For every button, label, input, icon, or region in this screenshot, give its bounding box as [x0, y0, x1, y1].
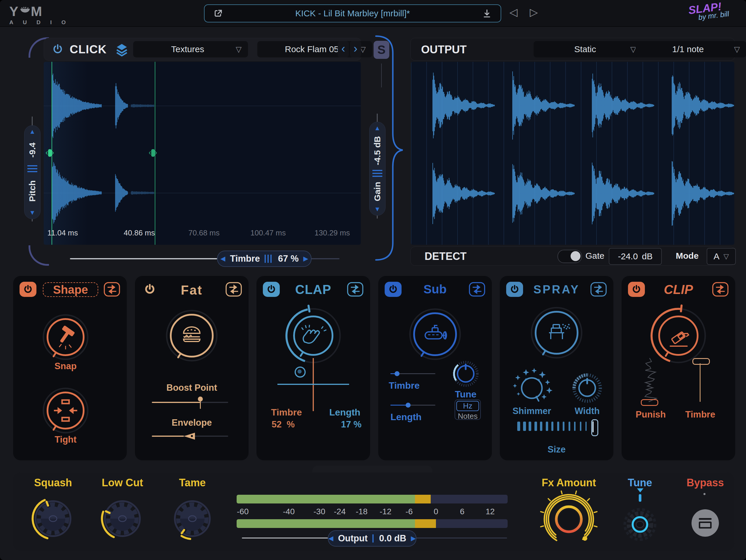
- note-value[interactable]: 1/1 note: [642, 44, 734, 54]
- sample-next-button[interactable]: ›: [350, 41, 361, 57]
- notes-button[interactable]: Notes: [455, 412, 480, 421]
- hz-button[interactable]: Hz: [456, 401, 479, 411]
- bypass-button[interactable]: [691, 509, 719, 537]
- sync-mode-value[interactable]: Static: [540, 44, 630, 54]
- output-right-icon[interactable]: ▶: [411, 535, 416, 542]
- preset-bar[interactable]: KICK - Lil Bit Marbley [mrbill]*: [204, 4, 501, 23]
- sub-length-label: Length: [391, 412, 422, 422]
- scale-tick: -40: [283, 507, 295, 516]
- gate-toggle[interactable]: [557, 250, 582, 263]
- mode-dropdown[interactable]: A ▽: [707, 248, 736, 265]
- time-label: 130.29 ms: [314, 229, 350, 237]
- sub-length-handle[interactable]: [406, 403, 410, 408]
- detect-bar: DETECT Gate -24.0 dB Mode A ▽: [410, 246, 735, 266]
- texture-library-dropdown[interactable]: Textures ▽: [133, 41, 248, 57]
- size-slider-bars[interactable]: [517, 422, 590, 432]
- lowcut-label: Low Cut: [102, 477, 143, 489]
- gate-threshold-value[interactable]: -24.0: [618, 252, 638, 261]
- scale-tick: -12: [380, 507, 391, 516]
- next-preset-button[interactable]: ▷: [530, 7, 538, 18]
- clap-pad-haxis: [278, 384, 349, 385]
- lowcut-knob[interactable]: [93, 490, 151, 548]
- meter-scale: -60 -40 -30 -24 -18 -12 -6 0 6 12: [237, 507, 508, 517]
- clap-icon: [302, 325, 326, 343]
- snap-label: Snap: [55, 361, 77, 372]
- output-grip-icon: [372, 534, 375, 542]
- fx-amount-knob[interactable]: [539, 490, 599, 549]
- time-label: 40.86 ms: [124, 229, 155, 237]
- download-icon[interactable]: [482, 9, 492, 18]
- end-marker-handle[interactable]: ‹›: [149, 148, 157, 157]
- click-title: CLICK: [70, 43, 107, 56]
- gate-threshold-field[interactable]: -24.0 dB: [609, 248, 662, 265]
- dropdown-icon: ▽: [630, 45, 636, 54]
- output-gain-slider[interactable]: ◀ Output 0.0 dB ▶: [328, 530, 417, 547]
- module-clip: CLIP Punish Timbre: [622, 276, 735, 460]
- timbre-right-icon[interactable]: ▶: [303, 256, 308, 262]
- bypass-icon: [699, 518, 712, 520]
- preset-name[interactable]: KICK - Lil Bit Marbley [mrbill]*: [205, 8, 500, 18]
- click-timbre-slider[interactable]: ◀ Timbre 67 % ▶: [217, 250, 312, 267]
- envelope-handle[interactable]: [184, 433, 195, 440]
- tame-knob[interactable]: [163, 490, 222, 548]
- size-slider-handle[interactable]: [591, 419, 598, 436]
- size-label: Size: [548, 444, 566, 455]
- time-label: 70.68 ms: [189, 229, 220, 237]
- clap-pad-cursor[interactable]: [295, 366, 306, 378]
- scale-tick: -18: [356, 507, 368, 516]
- clip-timbre-label: Timbre: [685, 409, 715, 420]
- boost-point-handle[interactable]: [198, 396, 203, 402]
- timbre-label: Timbre: [230, 254, 260, 264]
- module-clap: CLAP Timbre 52 % Length 17 %: [256, 276, 370, 460]
- gate-toggle-knob[interactable]: [571, 251, 580, 261]
- tame-label: Tame: [179, 477, 205, 489]
- sync-mode-dropdown[interactable]: Static ▽: [534, 41, 642, 57]
- scale-tick: -60: [237, 507, 249, 516]
- tune-marker-pill: [639, 494, 641, 502]
- global-tune-knob[interactable]: [616, 501, 663, 548]
- sub-unit-switch[interactable]: Hz Notes: [455, 400, 481, 420]
- tight-label: Tight: [55, 435, 76, 445]
- output-slider-track-right[interactable]: [415, 537, 507, 538]
- clip-knob-graphics[interactable]: [622, 276, 735, 460]
- pitch-slider[interactable]: ▲ -9.4 Pitch ▼: [24, 125, 40, 219]
- click-power-icon[interactable]: [52, 43, 64, 56]
- sub-knob-graphics[interactable]: [378, 276, 492, 460]
- gain-up-icon[interactable]: ▲: [374, 125, 380, 131]
- clip-timbre-handle[interactable]: [692, 358, 710, 365]
- output-title: OUTPUT: [421, 43, 466, 56]
- pitch-up-icon[interactable]: ▲: [29, 128, 35, 135]
- start-marker-handle[interactable]: ‹›: [46, 148, 54, 157]
- clap-x-value: 52 %: [271, 419, 295, 430]
- output-left-icon[interactable]: ◀: [328, 535, 333, 542]
- timbre-left-icon[interactable]: ◀: [220, 256, 225, 262]
- click-solo-button[interactable]: S: [374, 41, 389, 59]
- texture-library-value[interactable]: Textures: [140, 44, 236, 54]
- compress-icon: [54, 400, 77, 421]
- layers-icon[interactable]: [115, 42, 128, 57]
- share-icon[interactable]: [213, 9, 223, 18]
- click-timbre-track-left[interactable]: [70, 258, 217, 259]
- sample-prev-button[interactable]: ‹: [338, 41, 349, 57]
- pitch-grip-icon: [27, 165, 37, 173]
- click-timbre-track-right[interactable]: [310, 258, 340, 259]
- sub-timbre-label: Timbre: [389, 380, 420, 391]
- output-waveform: [411, 62, 734, 245]
- output-slider-label: Output: [338, 533, 368, 544]
- gain-down-icon[interactable]: ▼: [374, 206, 380, 212]
- module-sub: Sub Timbre Length Tune Hz Notes: [378, 276, 492, 460]
- mode-value[interactable]: A: [714, 252, 719, 261]
- gain-slider[interactable]: ▲ -4.5 dB Gain ▼: [369, 122, 385, 216]
- clip-timbre-stem: [700, 363, 700, 402]
- sub-timbre-handle[interactable]: [395, 371, 400, 376]
- note-dropdown[interactable]: 1/1 note ▽: [636, 41, 746, 57]
- shimmer-label: Shimmer: [513, 406, 551, 416]
- click-waveform-display[interactable]: ‹› ‹› 11.04 ms 40.86 ms 70.68 ms 100.47 …: [44, 62, 361, 245]
- punish-handle[interactable]: [641, 399, 658, 406]
- pitch-down-icon[interactable]: ▼: [29, 209, 35, 216]
- gate-threshold-unit: dB: [642, 252, 653, 261]
- submarine-icon: [425, 325, 447, 339]
- prev-preset-button[interactable]: ◁: [509, 7, 518, 18]
- squash-knob[interactable]: [24, 490, 82, 548]
- output-slider-track-left[interactable]: [242, 537, 328, 538]
